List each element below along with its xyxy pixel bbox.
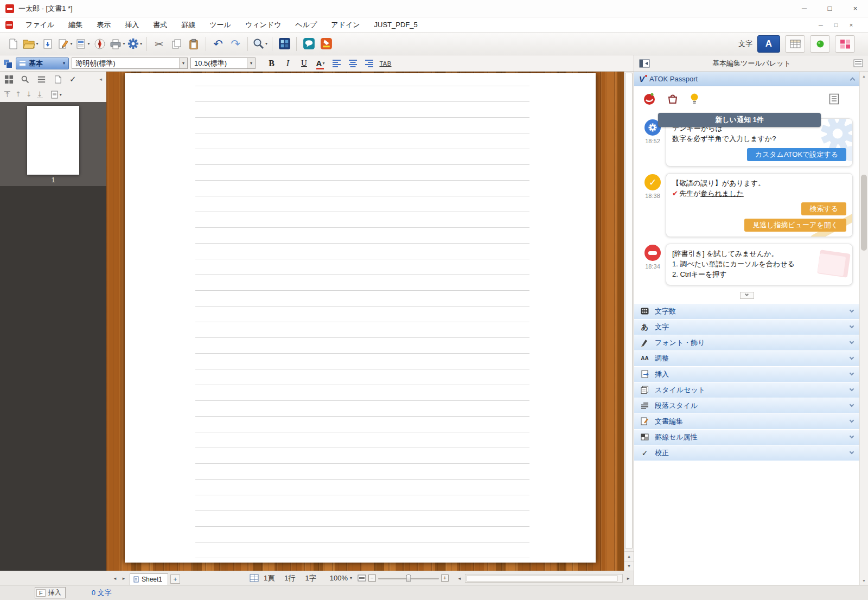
atok-passport-header[interactable]: V ATOK Passport: [634, 72, 859, 86]
align-right-button[interactable]: [362, 57, 376, 70]
highlight-mode-button[interactable]: [835, 35, 855, 53]
paste-button[interactable]: [186, 35, 202, 53]
sheet-tab-sheet1[interactable]: Sheet1: [130, 573, 168, 585]
search-correction-button[interactable]: 検索する: [801, 202, 846, 215]
section-expand-icon[interactable]: [850, 324, 854, 328]
zoom-in-button[interactable]: +: [441, 575, 449, 582]
shop-bag-icon[interactable]: [667, 93, 679, 105]
open-caret-icon[interactable]: ▾: [36, 41, 38, 46]
font-name-dropdown[interactable]: 游明朝(標準) ▾: [72, 58, 188, 69]
navigation-compass-button[interactable]: [92, 35, 108, 53]
settings-caret-icon[interactable]: ▾: [140, 41, 142, 46]
size-dropdown-arrow-icon[interactable]: ▾: [247, 58, 255, 68]
save-as-button[interactable]: ▾: [57, 35, 73, 53]
palette-dock-icon[interactable]: [639, 59, 650, 68]
hscroll-right-icon[interactable]: ▸: [624, 574, 633, 583]
next-page-icon[interactable]: ↓: [26, 91, 32, 98]
prev-page-icon[interactable]: ↑: [15, 91, 21, 98]
menu-file[interactable]: ファイル: [18, 17, 61, 32]
scroll-up-icon[interactable]: ▲: [624, 551, 634, 561]
zoom-caret-icon[interactable]: ▾: [350, 576, 352, 580]
font-dropdown-arrow-icon[interactable]: ▾: [179, 58, 187, 68]
page-1-thumbnail[interactable]: [27, 106, 79, 175]
section-expand-icon[interactable]: [850, 308, 854, 312]
doc-close-button[interactable]: ×: [845, 20, 857, 30]
atok-service-icon[interactable]: [642, 92, 656, 106]
list-view-icon[interactable]: [37, 75, 46, 84]
font-size-dropdown[interactable]: 10.5(標準) ▾: [190, 58, 256, 69]
section-proofread[interactable]: ✓ 校正: [634, 445, 859, 461]
atok-notes-icon[interactable]: [829, 93, 839, 105]
menu-edit[interactable]: 編集: [61, 17, 90, 32]
section-character[interactable]: あ 文字: [634, 320, 859, 335]
palette-scroll-up-icon[interactable]: ▲: [860, 72, 868, 80]
palette-mini-icon[interactable]: [3, 59, 12, 68]
correction-target[interactable]: 参られました: [700, 189, 744, 197]
section-expand-icon[interactable]: [850, 340, 854, 344]
zoom-slider-thumb[interactable]: [406, 575, 411, 582]
search-button[interactable]: ▾: [252, 35, 268, 53]
section-font-decoration[interactable]: フォント・飾り: [634, 335, 859, 351]
first-page-icon[interactable]: ↑: [4, 91, 10, 98]
char-mode-button[interactable]: A: [757, 35, 780, 53]
zoom-slider[interactable]: [378, 573, 439, 583]
style-preset-dropdown[interactable]: 基本 ▾: [16, 58, 69, 69]
page-view-icon[interactable]: [53, 75, 62, 84]
section-expand-icon[interactable]: [850, 450, 854, 454]
section-expand-icon[interactable]: [850, 387, 854, 391]
fit-width-icon[interactable]: [358, 575, 366, 582]
scroll-down-icon[interactable]: ▼: [624, 561, 634, 571]
tab-button[interactable]: TAB: [379, 57, 392, 70]
section-char-count[interactable]: 文字数: [634, 304, 859, 320]
redo-button[interactable]: ↷: [227, 35, 244, 53]
maximize-button[interactable]: □: [817, 0, 843, 17]
doc-minimize-button[interactable]: ─: [815, 20, 827, 30]
atok-collapse-tab[interactable]: [740, 292, 754, 299]
font-color-caret-icon[interactable]: ▾: [322, 61, 324, 66]
bold-button[interactable]: B: [265, 57, 278, 70]
open-missed-viewer-button[interactable]: 見逃し指摘ビューアを開く: [744, 219, 846, 232]
align-left-button[interactable]: [330, 57, 343, 70]
zoom-out-button[interactable]: −: [368, 575, 376, 582]
sheet-prev-icon[interactable]: ◂: [111, 574, 119, 583]
zoom-search-icon[interactable]: [21, 75, 30, 84]
open-file-button[interactable]: ▾: [22, 35, 39, 53]
atok-collapse-icon[interactable]: [850, 77, 856, 82]
section-expand-icon[interactable]: [850, 403, 854, 407]
underline-button[interactable]: U: [297, 57, 311, 70]
palette-scroll-down-icon[interactable]: ▼: [860, 576, 868, 585]
cut-button[interactable]: ✂: [151, 35, 167, 53]
page-jump-icon[interactable]: ▾: [51, 91, 62, 99]
print-caret-icon[interactable]: ▾: [123, 41, 125, 46]
section-insert[interactable]: 挿入: [634, 367, 859, 382]
menu-tools[interactable]: ツール: [202, 17, 238, 32]
font-color-button[interactable]: A▾: [314, 57, 327, 70]
vertical-scrollbar[interactable]: ▲ ▼: [624, 72, 634, 571]
close-button[interactable]: ×: [843, 0, 868, 17]
menu-just-pdf[interactable]: JUST_PDF_5: [367, 17, 425, 32]
input-pad-button[interactable]: [301, 35, 317, 53]
page-layout-icon[interactable]: [250, 574, 259, 582]
section-adjust[interactable]: AA 調整: [634, 351, 859, 367]
marker-pen-button[interactable]: [318, 35, 334, 53]
menu-ruled-line[interactable]: 罫線: [174, 17, 202, 32]
new-document-button[interactable]: [5, 35, 21, 53]
horizontal-scrollbar-thumb[interactable]: [466, 575, 618, 582]
copy-button[interactable]: [168, 35, 184, 53]
italic-button[interactable]: I: [281, 57, 295, 70]
sync-mode-button[interactable]: [810, 35, 830, 53]
thumbnail-grid-view-icon[interactable]: [4, 75, 14, 84]
section-paragraph-style[interactable]: 段落スタイル: [634, 398, 859, 414]
print-button[interactable]: ▾: [109, 35, 125, 53]
align-center-button[interactable]: [346, 57, 360, 70]
preview-caret-icon[interactable]: ▾: [87, 41, 90, 46]
horizontal-scrollbar[interactable]: [465, 574, 623, 583]
menu-window[interactable]: ウィンドウ: [238, 17, 289, 32]
proof-check-icon[interactable]: ✓: [69, 74, 76, 84]
menu-addin[interactable]: アドイン: [324, 17, 367, 32]
vertical-scrollbar-thumb[interactable]: [625, 73, 633, 549]
save-button[interactable]: [40, 35, 56, 53]
last-page-icon[interactable]: ↓: [37, 91, 43, 98]
section-style-set[interactable]: スタイルセット: [634, 382, 859, 398]
doc-restore-button[interactable]: □: [830, 20, 842, 30]
